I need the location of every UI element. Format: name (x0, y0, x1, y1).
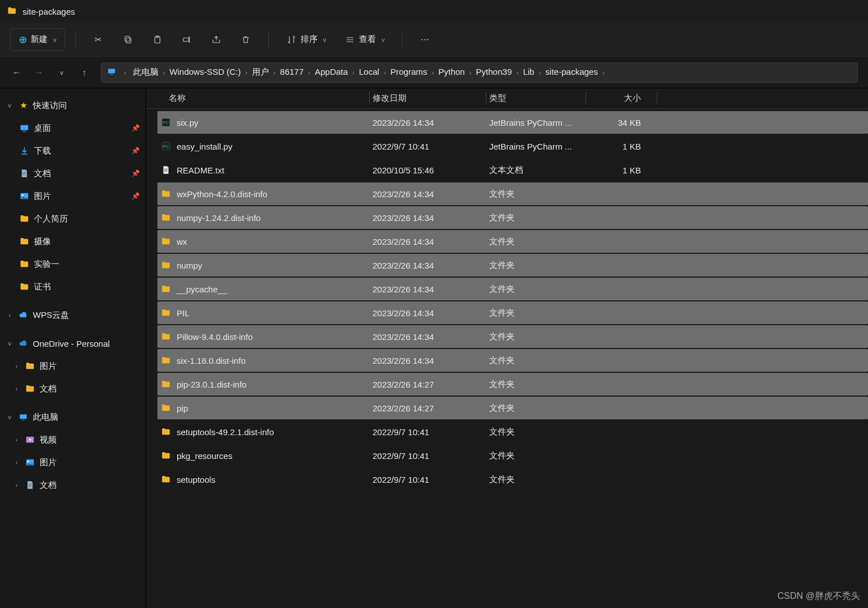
onedrive-icon (18, 339, 28, 348)
sidebar-thispc[interactable]: v 此电脑 (0, 406, 146, 428)
breadcrumb-segment[interactable]: 用户 (250, 66, 271, 78)
cut-button[interactable]: ✂ (86, 31, 111, 49)
back-button[interactable]: ← (10, 66, 23, 79)
recent-button[interactable]: v (55, 66, 68, 79)
breadcrumb-segment[interactable]: Programs (388, 66, 430, 78)
file-name: README.txt (177, 165, 224, 175)
breadcrumb-segment[interactable]: 此电脑 (131, 66, 161, 78)
file-row[interactable]: numpy-1.24.2.dist-info 2023/2/26 14:34 文… (157, 206, 868, 229)
svg-rect-19 (28, 484, 32, 484)
sidebar-item[interactable]: 证书 (0, 275, 146, 298)
breadcrumb-segment[interactable]: Python (436, 66, 467, 78)
sidebar-item[interactable]: › 图片 (0, 451, 146, 474)
file-row[interactable]: PC easy_install.py 2022/9/7 10:41 JetBra… (157, 135, 868, 158)
breadcrumb-segment[interactable]: Python39 (474, 66, 514, 78)
sidebar-item-label: 图片 (40, 361, 57, 372)
svg-point-18 (28, 461, 29, 462)
folder-icon (25, 384, 35, 394)
svg-rect-1 (125, 36, 129, 41)
file-row[interactable]: pip-23.0.1.dist-info 2023/2/26 14:27 文件夹 (157, 373, 868, 396)
up-button[interactable]: ↑ (78, 66, 91, 79)
pc-icon (107, 67, 116, 78)
column-headers: ˅ 名称 修改日期 类型 大小 (146, 88, 868, 109)
file-row[interactable]: wxPython-4.2.0.dist-info 2023/2/26 14:34… (157, 182, 868, 205)
share-button[interactable] (204, 31, 229, 49)
breadcrumb-segment[interactable]: Local (357, 66, 382, 78)
sidebar-item[interactable]: › 图片 (0, 355, 146, 377)
sidebar-item[interactable]: › 视频 (0, 428, 146, 451)
svg-rect-8 (23, 131, 26, 131)
file-type: JetBrains PyCharm ... (489, 118, 589, 127)
breadcrumb[interactable]: › 此电脑›Windows-SSD (C:)›用户›86177›AppData›… (101, 62, 858, 83)
file-row[interactable]: PC six.py 2023/2/26 14:34 JetBrains PyCh… (157, 111, 868, 134)
file-row[interactable]: __pycache__ 2023/2/26 14:34 文件夹 (157, 278, 868, 300)
file-row[interactable]: numpy 2023/2/26 14:34 文件夹 (157, 254, 868, 277)
file-row[interactable]: setuptools-49.2.1.dist-info 2022/9/7 10:… (157, 420, 868, 443)
sidebar-quick-access[interactable]: v ★ 快速访问 (0, 94, 146, 117)
folder-icon (161, 331, 171, 342)
folder-icon (161, 260, 171, 270)
new-button[interactable]: ⊕ 新建 v (10, 28, 65, 51)
breadcrumb-segment[interactable]: Windows-SSD (C:) (167, 66, 243, 78)
sidebar-item[interactable]: 下载 📌 (0, 139, 146, 162)
pic-icon (19, 191, 29, 201)
file-size: 1 KB (589, 165, 649, 175)
delete-button[interactable] (233, 31, 258, 49)
breadcrumb-segment[interactable]: 86177 (278, 66, 306, 78)
sidebar-item[interactable]: 实验一 (0, 253, 146, 275)
sidebar-item[interactable]: 摄像 (0, 230, 146, 253)
sort-icon (286, 34, 297, 45)
folder-icon (25, 361, 35, 371)
column-header-date[interactable]: 修改日期 (373, 93, 489, 104)
file-row[interactable]: pip 2023/2/26 14:27 文件夹 (157, 397, 868, 419)
file-row[interactable]: setuptools 2022/9/7 10:41 文件夹 (157, 468, 868, 491)
file-row[interactable]: Pillow-9.4.0.dist-info 2023/2/26 14:34 文… (157, 325, 868, 348)
file-row[interactable]: PIL 2023/2/26 14:34 文件夹 (157, 301, 868, 324)
copy-button[interactable] (116, 31, 140, 49)
folder-icon (161, 450, 171, 461)
sort-button[interactable]: 排序 v (279, 31, 333, 49)
column-header-name[interactable]: 名称 (157, 93, 373, 104)
breadcrumb-segment[interactable]: site-packages (543, 66, 600, 78)
sidebar-item-label: WPS云盘 (33, 310, 69, 321)
chevron-right-icon: › (514, 69, 521, 76)
sidebar-item[interactable]: 桌面 📌 (0, 117, 146, 139)
column-header-type[interactable]: 类型 (489, 93, 589, 104)
svg-text:PC: PC (163, 120, 169, 125)
file-type: 文件夹 (489, 212, 589, 223)
folder-icon (7, 6, 17, 18)
sidebar-item[interactable]: 文档 📌 (0, 162, 146, 185)
file-row[interactable]: six-1.16.0.dist-info 2023/2/26 14:34 文件夹 (157, 349, 868, 372)
sidebar-item-label: 实验一 (34, 259, 59, 270)
chevron-down-icon: v (53, 36, 57, 43)
video-icon (25, 435, 35, 445)
view-button[interactable]: 查看 v (337, 31, 392, 49)
sidebar-wps[interactable]: › WPS云盘 (0, 304, 146, 326)
file-row[interactable]: pkg_resources 2022/9/7 10:41 文件夹 (157, 444, 868, 467)
sidebar-item[interactable]: 个人简历 (0, 207, 146, 230)
svg-rect-5 (108, 69, 115, 73)
breadcrumb-segment[interactable]: AppData (313, 66, 350, 78)
file-row[interactable]: wx 2023/2/26 14:34 文件夹 (157, 230, 868, 253)
sidebar-item[interactable]: 图片 📌 (0, 185, 146, 207)
sidebar-onedrive[interactable]: v OneDrive - Personal (0, 332, 146, 355)
sidebar[interactable]: v ★ 快速访问 桌面 📌 下载 📌 文档 📌 图片 📌 (0, 88, 146, 608)
file-row[interactable]: README.txt 2020/10/5 15:46 文本文档 1 KB (157, 159, 868, 181)
more-button[interactable]: ··· (413, 31, 438, 49)
file-type: 文本文档 (489, 165, 589, 176)
forward-button[interactable]: → (33, 66, 45, 79)
sidebar-item[interactable]: › 文档 (0, 474, 146, 496)
clipboard-icon (152, 34, 163, 45)
file-size: 1 KB (589, 142, 649, 151)
chevron-right-icon: › (12, 459, 20, 466)
sidebar-item[interactable]: › 文档 (0, 377, 146, 400)
column-header-size[interactable]: 大小 (589, 93, 649, 104)
svg-rect-14 (20, 414, 27, 419)
file-name: wx (177, 237, 187, 246)
breadcrumb-segment[interactable]: Lib (521, 66, 537, 78)
file-name: numpy (177, 261, 202, 270)
chevron-down-icon: v (382, 36, 385, 43)
paste-button[interactable] (145, 31, 170, 49)
rename-button[interactable] (174, 31, 199, 49)
rename-icon (181, 34, 193, 45)
